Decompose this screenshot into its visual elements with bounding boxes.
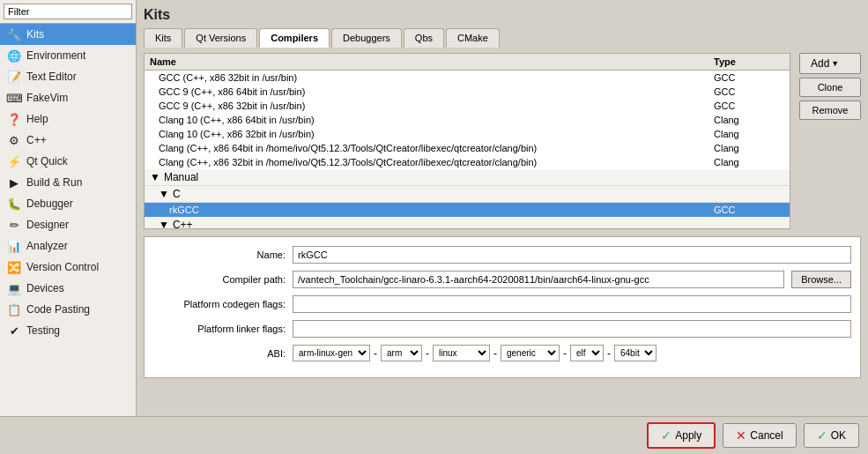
table-row[interactable]: Clang (C++, x86 32bit in /home/ivo/Qt5.1… bbox=[145, 155, 790, 169]
apply-button[interactable]: ✓ Apply bbox=[647, 422, 716, 449]
abi-os-select[interactable]: arm linux bbox=[381, 345, 422, 361]
abi-vendor-select[interactable]: generic unknown bbox=[501, 345, 560, 361]
compiler-table: Name Type GCC (C++, x86 32bit in /usr/bi… bbox=[144, 53, 790, 229]
sidebar-item-fakevim[interactable]: ⌨ FakeVim bbox=[0, 87, 136, 108]
page-title: Kits bbox=[144, 7, 861, 23]
sidebar-item-devices[interactable]: 💻 Devices bbox=[0, 278, 136, 299]
sidebar-item-testing[interactable]: ✔ Testing bbox=[0, 320, 136, 341]
sidebar-item-label: FakeVim bbox=[26, 92, 68, 104]
sidebar-item-debugger[interactable]: 🐛 Debugger bbox=[0, 193, 136, 214]
debugger-icon: 🐛 bbox=[7, 197, 21, 211]
add-arrow-icon: ▼ bbox=[831, 59, 839, 68]
table-row[interactable]: Clang (C++, x86 64bit in /home/ivo/Qt5.1… bbox=[145, 141, 790, 155]
sidebar-item-text-editor[interactable]: 📝 Text Editor bbox=[0, 66, 136, 87]
abi-bits-select[interactable]: 64bit 32bit bbox=[614, 345, 657, 361]
table-row[interactable]: GCC (C++, x86 32bit in /usr/bin) GCC bbox=[145, 71, 790, 85]
tab-compilers[interactable]: Compilers bbox=[259, 28, 330, 48]
col-type-header: Type bbox=[714, 56, 784, 67]
sidebar-item-kits[interactable]: 🔧 Kits bbox=[0, 24, 136, 45]
apply-label: Apply bbox=[675, 429, 701, 442]
table-row-rkgcc[interactable]: rkGCC GCC bbox=[145, 203, 790, 217]
abi-arch-select[interactable]: arm-linux-gen x86 bbox=[293, 345, 370, 361]
table-header: Name Type bbox=[145, 54, 790, 71]
codegen-label: Platform codegen flags: bbox=[153, 299, 286, 309]
filter-input[interactable] bbox=[4, 4, 132, 19]
tabs-bar: Kits Qt Versions Compilers Debuggers Qbs… bbox=[144, 28, 861, 48]
table-row[interactable]: GCC 9 (C++, x86 64bit in /usr/bin) GCC bbox=[145, 85, 790, 99]
form-row-abi: ABI: arm-linux-gen x86 - arm linux - lin… bbox=[153, 345, 851, 361]
sidebar-item-analyzer[interactable]: 📊 Analyzer bbox=[0, 235, 136, 257]
sidebar-item-help[interactable]: ❓ Help bbox=[0, 108, 136, 130]
tab-qt-versions[interactable]: Qt Versions bbox=[184, 28, 257, 48]
tab-debuggers[interactable]: Debuggers bbox=[331, 28, 402, 48]
sidebar-item-qt-quick[interactable]: ⚡ Qt Quick bbox=[0, 151, 136, 172]
build-run-icon: ▶ bbox=[7, 175, 21, 190]
side-buttons: Add ▼ Clone Remove bbox=[794, 53, 861, 229]
row-type: Clang bbox=[714, 143, 784, 153]
kits-icon: 🔧 bbox=[7, 27, 21, 41]
add-label: Add bbox=[811, 57, 829, 70]
sidebar-item-label: Testing bbox=[26, 324, 60, 337]
tab-kits[interactable]: Kits bbox=[144, 28, 182, 48]
apply-check-icon: ✓ bbox=[661, 428, 671, 443]
table-row[interactable]: GCC 9 (C++, x86 32bit in /usr/bin) GCC bbox=[145, 99, 790, 113]
ok-check-icon: ✓ bbox=[817, 428, 827, 443]
form-section: Name: Compiler path: Browse... Platform … bbox=[144, 236, 861, 378]
sidebar-item-label: C++ bbox=[26, 134, 47, 146]
row-name: Clang (C++, x86 32bit in /home/ivo/Qt5.1… bbox=[159, 157, 714, 167]
section-header-cpp: ▼ C++ bbox=[145, 217, 790, 228]
form-row-codegen: Platform codegen flags: bbox=[153, 295, 851, 313]
environment-icon: 🌐 bbox=[7, 48, 21, 63]
section-header-manual: ▼ Manual bbox=[145, 169, 790, 186]
sidebar-item-cpp[interactable]: ⚙ C++ bbox=[0, 130, 136, 151]
cpp-icon: ⚙ bbox=[7, 133, 21, 147]
cancel-button[interactable]: ✕ Cancel bbox=[723, 423, 796, 448]
sidebar-item-environment[interactable]: 🌐 Environment bbox=[0, 45, 136, 66]
sidebar-item-label: Code Pasting bbox=[26, 303, 90, 316]
tab-qbs[interactable]: Qbs bbox=[404, 28, 444, 48]
row-type: Clang bbox=[714, 129, 784, 139]
table-row[interactable]: Clang 10 (C++, x86 32bit in /usr/bin) Cl… bbox=[145, 127, 790, 141]
compiler-path-input[interactable] bbox=[293, 271, 784, 288]
sidebar-item-version-control[interactable]: 🔀 Version Control bbox=[0, 257, 136, 278]
ok-button[interactable]: ✓ OK bbox=[804, 423, 859, 448]
row-name: Clang 10 (C++, x86 32bit in /usr/bin) bbox=[159, 129, 714, 139]
add-button[interactable]: Add ▼ bbox=[799, 53, 861, 74]
form-row-name: Name: bbox=[153, 246, 851, 264]
name-input[interactable] bbox=[293, 246, 851, 264]
row-type: GCC bbox=[714, 72, 784, 83]
abi-dash2: - bbox=[426, 347, 429, 360]
expand-icon: ▼ bbox=[159, 188, 169, 200]
filter-bar bbox=[0, 0, 136, 24]
section-header-c: ▼ C bbox=[145, 186, 790, 203]
designer-icon: ✏ bbox=[7, 218, 21, 232]
browse-button[interactable]: Browse... bbox=[791, 271, 851, 288]
abi-format-select[interactable]: elf pe bbox=[570, 345, 604, 361]
table-row[interactable]: Clang 10 (C++, x86 64bit in /usr/bin) Cl… bbox=[145, 113, 790, 127]
sidebar-item-code-pasting[interactable]: 📋 Code Pasting bbox=[0, 299, 136, 320]
linker-input[interactable] bbox=[293, 320, 851, 338]
sidebar-item-label: Qt Quick bbox=[26, 155, 68, 167]
table-body: GCC (C++, x86 32bit in /usr/bin) GCC GCC… bbox=[145, 71, 790, 228]
remove-button[interactable]: Remove bbox=[799, 100, 861, 120]
form-row-linker: Platform linker flags: bbox=[153, 320, 851, 338]
row-type: GCC bbox=[714, 100, 784, 111]
analyzer-icon: 📊 bbox=[7, 239, 21, 253]
codegen-input[interactable] bbox=[293, 295, 851, 313]
row-name: Clang (C++, x86 64bit in /home/ivo/Qt5.1… bbox=[159, 143, 714, 153]
compiler-table-container: Name Type GCC (C++, x86 32bit in /usr/bi… bbox=[144, 53, 790, 229]
table-section: Name Type GCC (C++, x86 32bit in /usr/bi… bbox=[144, 53, 861, 229]
clone-button[interactable]: Clone bbox=[799, 78, 861, 97]
sidebar-item-designer[interactable]: ✏ Designer bbox=[0, 214, 136, 235]
linker-label: Platform linker flags: bbox=[153, 324, 286, 334]
sidebar-item-build-run[interactable]: ▶ Build & Run bbox=[0, 172, 136, 193]
row-name: rkGCC bbox=[169, 205, 714, 215]
expand-icon: ▼ bbox=[159, 219, 169, 228]
section-label: C++ bbox=[173, 219, 193, 228]
fakevim-icon: ⌨ bbox=[7, 91, 21, 105]
abi-dash5: - bbox=[607, 347, 611, 360]
cancel-label: Cancel bbox=[750, 429, 783, 442]
tab-cmake[interactable]: CMake bbox=[446, 28, 500, 48]
sidebar-item-label: Build & Run bbox=[26, 176, 82, 189]
abi-os2-select[interactable]: linux windows bbox=[433, 345, 490, 361]
